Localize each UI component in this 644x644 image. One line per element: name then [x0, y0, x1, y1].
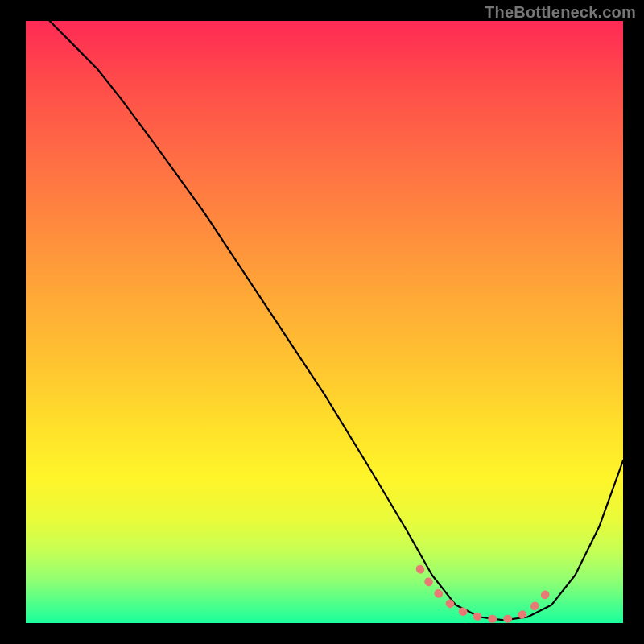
curve-layer — [26, 21, 623, 623]
plot-area — [26, 21, 623, 623]
chart-frame: TheBottleneck.com — [0, 0, 644, 644]
watermark-text: TheBottleneck.com — [485, 3, 636, 22]
optimal-range-markers — [420, 569, 551, 620]
bottleneck-curve — [50, 21, 623, 620]
